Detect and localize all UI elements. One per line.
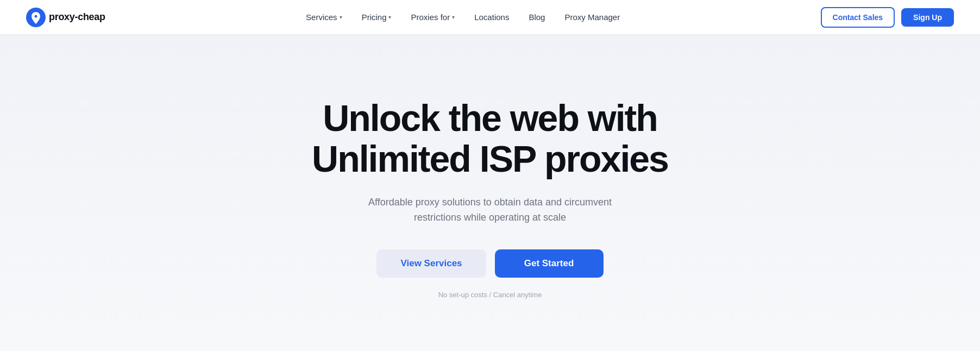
hero-subtitle: Affordable proxy solutions to obtain dat… — [349, 195, 631, 226]
navbar-actions: Contact Sales Sign Up — [821, 7, 954, 28]
nav-item-proxies-for[interactable]: Proxies for ▾ — [402, 8, 463, 26]
view-services-button[interactable]: View Services — [376, 249, 486, 278]
hero-cta-group: View Services Get Started — [376, 249, 603, 278]
nav-item-services[interactable]: Services ▾ — [297, 8, 351, 26]
signup-button[interactable]: Sign Up — [901, 8, 954, 27]
logo-area[interactable]: proxy-cheap — [26, 8, 105, 27]
chevron-down-icon: ▾ — [340, 14, 342, 20]
brand-name: proxy-cheap — [49, 11, 105, 23]
nav-item-pricing[interactable]: Pricing ▾ — [353, 8, 400, 26]
get-started-button[interactable]: Get Started — [495, 249, 604, 278]
nav-links: Services ▾ Pricing ▾ Proxies for ▾ Locat… — [297, 8, 629, 26]
nav-item-blog[interactable]: Blog — [520, 8, 554, 26]
navbar: proxy-cheap Services ▾ Pricing ▾ Proxies… — [0, 0, 980, 35]
nav-item-proxy-manager[interactable]: Proxy Manager — [556, 8, 629, 26]
hero-section: Unlock the web with Unlimited ISP proxie… — [0, 35, 980, 351]
svg-point-0 — [26, 8, 46, 27]
hero-note: No set-up costs / Cancel anytime — [438, 291, 542, 299]
logo-icon — [26, 8, 46, 27]
contact-sales-button[interactable]: Contact Sales — [821, 7, 895, 28]
hero-title: Unlock the web with Unlimited ISP proxie… — [312, 98, 668, 179]
nav-item-locations[interactable]: Locations — [466, 8, 518, 26]
chevron-down-icon: ▾ — [452, 14, 455, 20]
chevron-down-icon: ▾ — [388, 14, 391, 20]
